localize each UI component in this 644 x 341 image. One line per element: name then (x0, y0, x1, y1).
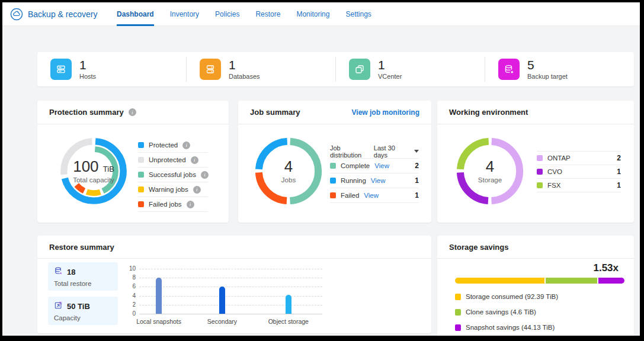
segment-clone-savings (546, 278, 597, 284)
stat-value: 5 (527, 59, 568, 72)
complete-swatch (330, 163, 336, 169)
capacity-value: 50 TiB (67, 302, 90, 311)
legend-item: Clone savings (4.6 TiB) (455, 304, 624, 320)
total-capacity-value: 100 (73, 157, 98, 175)
tab-policies[interactable]: Policies (215, 2, 239, 26)
fsx-count: 1 (617, 181, 621, 189)
stat-label: Backup target (527, 73, 568, 80)
storage-savings-card: Storage savings 1.53x Storage consumed (… (437, 236, 634, 336)
stat-value: 1 (79, 59, 96, 72)
card-header: Working environment (437, 101, 634, 124)
card-title: Storage savings (449, 243, 508, 252)
card-header: Storage savings (437, 236, 634, 259)
job-row-complete: Complete View 2 (330, 159, 419, 173)
card-header: Job summary View job monitoring (238, 101, 431, 124)
job-distribution-panel: Job distribution Last 30 days Complete V… (330, 144, 419, 203)
job-row-failed: Failed View 1 (330, 188, 419, 203)
jobs-label: Jobs (281, 176, 296, 184)
total-restore-label: Total restore (54, 280, 112, 287)
card-header: Restore summary (37, 236, 431, 259)
view-running-link[interactable]: View (371, 177, 386, 184)
job-row-running: Running View 1 (330, 173, 419, 188)
tab-dashboard[interactable]: Dashboard (117, 2, 154, 26)
stat-hosts: 1 Hosts (37, 59, 186, 80)
view-failed-link[interactable]: View (364, 192, 379, 199)
screen: Backup & recovery Dashboard Inventory Po… (2, 2, 640, 336)
environment-legend: ONTAP 2 CVO 1 FSX 1 (537, 151, 621, 192)
working-environment-card: Working environment 4 Storage ONTAP 2 CV… (437, 101, 634, 223)
view-job-monitoring-link[interactable]: View job monitoring (352, 108, 419, 117)
date-range-dropdown[interactable]: Last 30 days (374, 144, 419, 159)
successful-jobs-swatch (138, 172, 144, 178)
legend-item: Failed jobsi (138, 197, 208, 212)
bar-object-storage (286, 295, 291, 314)
chevron-down-icon (414, 150, 419, 153)
stat-backup-target: 5 Backup target (485, 59, 634, 80)
legend-item: Successful jobsi (138, 168, 208, 182)
segment-storage-consumed (455, 278, 544, 284)
card-title: Restore summary (49, 243, 114, 252)
info-icon[interactable]: i (187, 201, 194, 208)
card-header: Protection summary i (37, 101, 229, 124)
info-icon[interactable]: i (129, 108, 136, 116)
app-title: Backup & recovery (28, 2, 98, 26)
job-donut-chart: 4 Jobs (255, 137, 322, 205)
backup-target-icon (498, 59, 520, 80)
capacity-box: 50 TiB Capacity (48, 297, 118, 325)
segment-snapshot-savings (598, 278, 624, 284)
legend-item: Snapshot savings (44.13 TiB) (455, 320, 624, 335)
protection-legend: Protectedi Unprotectedi Successful jobsi… (138, 138, 208, 212)
legend-item: Unprotectedi (138, 153, 208, 168)
info-icon[interactable]: i (193, 186, 201, 194)
capacity-chart-icon (54, 301, 63, 312)
protection-donut-chart: 100 TiB Total capacity (60, 137, 127, 205)
tab-monitoring[interactable]: Monitoring (296, 2, 329, 26)
savings-stacked-bar (455, 278, 624, 284)
cvo-swatch (537, 169, 543, 175)
tab-inventory[interactable]: Inventory (170, 2, 199, 26)
job-summary-card: Job summary View job monitoring 4 Jobs J… (238, 101, 431, 223)
info-icon[interactable]: i (201, 171, 209, 179)
donut-center: 4 Jobs (255, 137, 322, 205)
info-icon[interactable]: i (182, 141, 190, 149)
job-distribution-header: Job distribution Last 30 days (330, 144, 419, 159)
app-window: Backup & recovery Dashboard Inventory Po… (0, 0, 644, 341)
unprotected-swatch (138, 157, 144, 163)
nav-tabs: Dashboard Inventory Policies Restore Mon… (117, 2, 371, 26)
legend-item: Storage consumed (92.39 TiB) (455, 289, 624, 304)
card-title: Job summary (250, 108, 300, 117)
vcenter-icon (349, 59, 370, 80)
env-row-ontap: ONTAP 2 (537, 152, 621, 165)
capacity-label: Capacity (54, 314, 112, 321)
tab-settings[interactable]: Settings (345, 2, 371, 26)
stat-value: 1 (378, 59, 402, 72)
clone-savings-swatch (455, 309, 461, 316)
donut-center: 4 Storage (456, 137, 524, 205)
legend-item: Warning jobsi (138, 182, 208, 197)
bar-local-snapshots (156, 278, 162, 314)
card-title: Working environment (449, 108, 528, 117)
total-capacity-label: Total capacity (73, 176, 114, 184)
bar-secondary (219, 287, 225, 314)
tab-restore[interactable]: Restore (255, 2, 280, 26)
summary-stats-bar: 1 Hosts 1 Databases 1 VCenter (37, 52, 634, 86)
stat-value: 1 (229, 59, 260, 72)
donut-center: 100 TiB Total capacity (60, 137, 127, 205)
protected-swatch (138, 142, 144, 148)
ontap-count: 2 (617, 154, 621, 162)
cvo-count: 1 (617, 168, 621, 176)
view-complete-link[interactable]: View (374, 162, 389, 169)
card-title: Protection summary (49, 108, 124, 117)
warning-jobs-swatch (138, 186, 144, 192)
top-nav: Backup & recovery Dashboard Inventory Po… (2, 2, 640, 26)
restore-summary-card: Restore summary 18 Total restore 50 TiB … (37, 236, 431, 333)
stat-label: Databases (229, 73, 260, 80)
failed-swatch (330, 192, 336, 198)
complete-count: 2 (415, 162, 419, 170)
failed-jobs-swatch (138, 201, 144, 207)
savings-legend: Storage consumed (92.39 TiB) Clone savin… (455, 289, 624, 335)
fsx-swatch (537, 182, 543, 188)
total-restore-box: 18 Total restore (48, 262, 118, 291)
info-icon[interactable]: i (191, 156, 198, 164)
running-count: 1 (415, 176, 419, 185)
